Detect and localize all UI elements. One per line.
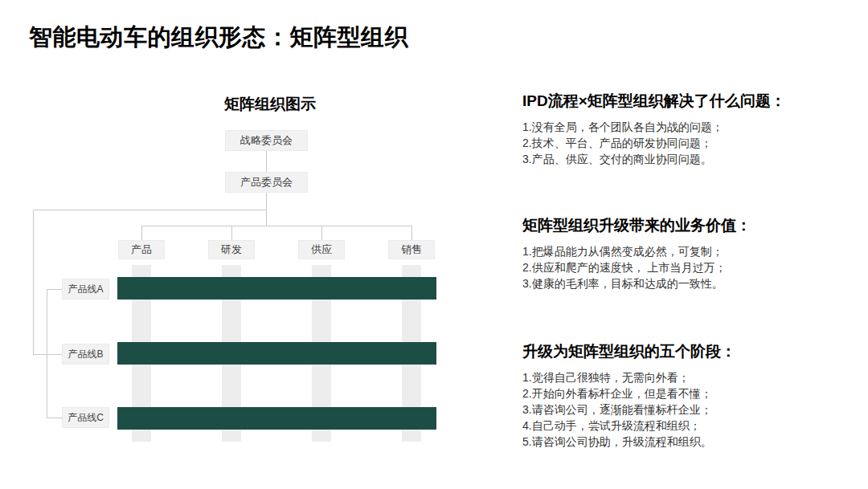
- list-item: 3.产品、供应、交付的商业协同问题。: [522, 151, 856, 167]
- slide: 智能电动车的组织形态：矩阵型组织 矩阵组织图示 战略委员会 产品委员会 产品 研…: [0, 0, 868, 489]
- list-item: 3.健康的毛利率，目标和达成的一致性。: [522, 275, 856, 291]
- row-label-product-line-b: 产品线B: [62, 344, 109, 365]
- column-header-supply: 供应: [298, 240, 345, 259]
- list-item: 2.技术、平台、产品的研发协同问题；: [522, 135, 856, 151]
- section-list: 1.把爆品能力从偶然变成必然，可复制； 2.供应和爬产的速度快， 上市当月过万；…: [522, 243, 856, 291]
- connector-line: [266, 151, 267, 172]
- column-header-product: 产品: [118, 240, 165, 259]
- page-title: 智能电动车的组织形态：矩阵型组织: [29, 22, 408, 51]
- connector-line: [411, 226, 412, 240]
- section-list: 1.觉得自己很独特，无需向外看； 2.开始向外看标杆企业，但是看不懂； 3.请咨…: [522, 369, 856, 450]
- section-heading: 升级为矩阵型组织的五个阶段：: [522, 340, 856, 363]
- connector-line: [33, 210, 34, 354]
- list-item: 5.请咨询公司协助，升级流程和组织。: [522, 434, 856, 450]
- connector-line: [47, 418, 62, 418]
- column-header-rnd: 研发: [208, 240, 255, 259]
- connector-line: [47, 289, 62, 290]
- connector-line: [33, 210, 267, 210]
- list-item: 2.供应和爬产的速度快， 上市当月过万；: [522, 259, 856, 275]
- column-header-sales: 销售: [388, 240, 435, 259]
- list-item: 1.把爆品能力从偶然变成必然，可复制；: [522, 243, 856, 259]
- matrix-bar-product-line-c: [117, 407, 436, 430]
- matrix-bar-product-line-a: [117, 277, 436, 300]
- list-item: 4.自己动手，尝试升级流程和组织；: [522, 418, 856, 434]
- connector-line: [33, 354, 62, 355]
- list-item: 1.没有全局，各个团队各自为战的问题；: [522, 119, 856, 135]
- section-ipd-problems: IPD流程×矩阵型组织解决了什么问题： 1.没有全局，各个团队各自为战的问题； …: [522, 90, 856, 167]
- section-list: 1.没有全局，各个团队各自为战的问题； 2.技术、平台、产品的研发协同问题； 3…: [522, 119, 856, 167]
- connector-line: [321, 226, 322, 240]
- list-item: 3.请咨询公司，逐渐能看懂标杆企业；: [522, 401, 856, 418]
- connector-line: [141, 226, 412, 226]
- connector-line: [141, 226, 142, 240]
- section-heading: IPD流程×矩阵型组织解决了什么问题：: [522, 90, 856, 112]
- list-item: 2.开始向外看标杆企业，但是看不懂；: [522, 385, 856, 401]
- diagram-title: 矩阵组织图示: [117, 94, 423, 115]
- connector-line: [231, 226, 232, 240]
- list-item: 1.觉得自己很独特，无需向外看；: [522, 369, 856, 385]
- matrix-bar-product-line-b: [117, 342, 436, 365]
- node-product-committee: 产品委员会: [225, 172, 308, 193]
- section-five-stages: 升级为矩阵型组织的五个阶段： 1.觉得自己很独特，无需向外看； 2.开始向外看标…: [522, 340, 856, 450]
- section-heading: 矩阵型组织升级带来的业务价值：: [522, 214, 856, 237]
- node-strategy-committee: 战略委员会: [225, 130, 308, 151]
- connector-line: [47, 289, 47, 418]
- row-label-product-line-a: 产品线A: [62, 279, 109, 300]
- section-business-value: 矩阵型组织升级带来的业务价值： 1.把爆品能力从偶然变成必然，可复制； 2.供应…: [522, 214, 856, 291]
- row-label-product-line-c: 产品线C: [62, 407, 109, 428]
